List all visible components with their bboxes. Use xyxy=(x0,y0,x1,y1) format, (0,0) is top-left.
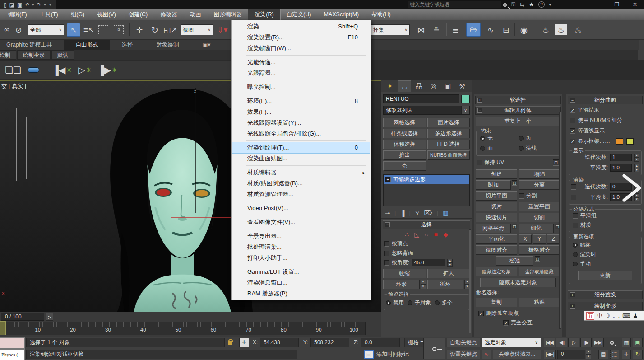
checkbox-材质[interactable] xyxy=(573,223,578,228)
ime-wubi-icon[interactable]: 五 xyxy=(586,312,594,320)
menubar-item-动画[interactable]: 动画 xyxy=(184,9,208,20)
angle-field[interactable]: 45.0 xyxy=(412,259,445,266)
menu-item-渲染[interactable]: 渲染Shift+Q xyxy=(232,21,370,32)
help-caret-icon[interactable]: ▾ xyxy=(549,3,551,7)
geom-button-快速切片[interactable]: 快速切片 xyxy=(476,213,517,222)
menu-item-曝光控制...[interactable]: 曝光控制... xyxy=(232,82,370,93)
preview-selection-option-多个[interactable]: 多个 xyxy=(435,299,453,307)
next-frame-button[interactable]: > xyxy=(46,313,53,321)
selection-set-dropdown[interactable]: 选定对象∨ xyxy=(482,338,541,347)
menu-item-查看图像文件(V)...[interactable]: 查看图像文件(V)... xyxy=(232,217,370,228)
infocenter-search-input[interactable]: 键入关键字或短语 xyxy=(408,1,501,8)
checkbox-显示框架……[interactable]: ✓ xyxy=(570,139,575,144)
menu-item-渲染帧窗口(W)...[interactable]: 渲染帧窗口(W)... xyxy=(232,43,370,54)
curve-editor-icon[interactable]: ∿ xyxy=(484,23,497,37)
ignore-backfacing-checkbox[interactable] xyxy=(384,251,389,256)
by-vertex-checkbox[interactable] xyxy=(384,241,389,247)
update-option-radio-渲染时[interactable] xyxy=(573,252,578,257)
subdivision-rollout-header[interactable]: −细分曲面 xyxy=(568,96,643,104)
preview-selection-option-禁用[interactable]: 禁用 xyxy=(386,299,404,307)
align-icon[interactable]: ≞ xyxy=(430,23,443,37)
constraint-radio-边[interactable] xyxy=(519,136,524,141)
menubar-item-工具(T)[interactable]: 工具(T) xyxy=(33,9,65,20)
constraint-option-面[interactable]: 面 xyxy=(480,144,517,153)
checkbox-等值线显示[interactable]: ✓ xyxy=(570,128,575,134)
vertex-subobject-icon[interactable]: ∴ xyxy=(405,231,409,238)
display-spinner-平滑度:[interactable]: ▲▼ xyxy=(634,164,639,172)
zoom-icon[interactable] xyxy=(610,339,614,346)
step-forward-icon[interactable]: ▐▶✳ xyxy=(97,65,117,75)
menu-item-光线跟踪全局包含/排除(G)...[interactable]: 光线跟踪全局包含/排除(G)... xyxy=(232,128,370,139)
object-color-swatch[interactable] xyxy=(461,95,470,103)
by-angle-checkbox[interactable] xyxy=(384,260,389,266)
modifier-stack[interactable]: + 可编辑多边形 xyxy=(383,174,470,206)
material-editor-icon[interactable]: ◉ xyxy=(517,23,531,37)
display-spinner-迭代次数:[interactable]: ▲▼ xyxy=(634,154,639,161)
edit-geometry-rollout-header[interactable]: −编辑几何体 xyxy=(475,106,561,115)
y-coord-field[interactable]: 508.232 xyxy=(310,338,349,347)
select-and-move-icon[interactable]: ✛ xyxy=(133,23,146,37)
orbit-icon[interactable]: ↻ xyxy=(633,350,643,359)
modifier-button-样条线选择[interactable]: 样条线选择 xyxy=(383,129,426,138)
geom-button-视图对齐[interactable]: 视图对齐 xyxy=(476,245,517,255)
isolate-selection-icon[interactable]: ▣ xyxy=(364,350,374,359)
expand-icon[interactable]: + xyxy=(570,292,575,297)
geom-button-创建[interactable]: 创建 xyxy=(476,169,517,179)
preview-selection-radio-子对象[interactable] xyxy=(408,300,412,305)
mini-listener-white[interactable]: Physcs ( xyxy=(0,349,25,360)
playback-go-end-button[interactable]: ▶▶| xyxy=(593,338,604,347)
preview-selection-radio-禁用[interactable] xyxy=(386,300,391,305)
frame-color-swatch-0[interactable] xyxy=(616,138,623,145)
pan-icon[interactable]: ✛ xyxy=(622,350,631,359)
menubar-item-编辑(E)[interactable]: 编辑(E) xyxy=(2,9,33,20)
ribbon-tab-选择[interactable]: 选择 xyxy=(110,40,144,50)
window-crossing-icon[interactable]: ▫ xyxy=(114,25,124,34)
display-field-平滑度:[interactable]: 1.0 xyxy=(610,164,632,172)
mirror-icon[interactable]: ⋈ xyxy=(414,23,428,37)
selection-rollout-header[interactable]: −选择 xyxy=(383,220,470,229)
render-checkbox-平滑度:[interactable] xyxy=(571,195,576,200)
geom-button-平面化[interactable]: 平面化 xyxy=(476,234,517,244)
menubar-item-渲染(R)[interactable]: 渲染(R) xyxy=(248,9,280,20)
undo-icon[interactable]: ↶ xyxy=(25,1,29,9)
constraint-option-边[interactable]: 边 xyxy=(519,134,556,143)
motion-tab-icon[interactable]: ◎ xyxy=(426,81,440,92)
checkbox-平滑结果[interactable]: ✓ xyxy=(570,108,575,113)
create-tab-icon[interactable]: ✶ xyxy=(383,81,397,92)
redo-icon[interactable]: ↷ xyxy=(37,1,41,9)
display-tab-icon[interactable]: ▣ xyxy=(441,81,454,92)
constraint-option-无[interactable]: 无 xyxy=(480,134,517,143)
z-coord-field[interactable]: 0.0 xyxy=(361,338,400,347)
update-option-radio-手动[interactable] xyxy=(573,262,578,266)
menubar-item-修改器[interactable]: 修改器 xyxy=(154,9,184,20)
menu-item-材质/贴图浏览器(B)...[interactable]: 材质/贴图浏览器(B)... xyxy=(232,178,370,189)
select-and-scale-icon[interactable]: ◱↗ xyxy=(163,23,177,37)
maximize-button[interactable]: ❐ xyxy=(608,0,626,9)
auto-key-button[interactable]: 自动关键点 xyxy=(447,338,480,347)
modifier-button-网格选择[interactable]: 网格选择 xyxy=(383,118,426,127)
geom-button-塌陷[interactable]: 塌陷 xyxy=(519,169,560,179)
separate-check-材质[interactable]: 材质 xyxy=(570,220,640,230)
menu-item-材质资源管理器...[interactable]: 材质资源管理器... xyxy=(232,189,370,200)
menubar-item-创建(C)[interactable]: 创建(C) xyxy=(122,9,154,20)
pin-stack-icon[interactable]: ⊸ xyxy=(385,210,390,216)
remove-modifier-icon[interactable]: ⌦ xyxy=(424,210,432,216)
subdiv-check-等值线显示[interactable]: ✓等值线显示 xyxy=(566,125,644,136)
preserve-uv-settings-icon[interactable]: □ xyxy=(553,159,559,166)
key-mode-toggle-button[interactable]: |◀▶| xyxy=(544,350,556,359)
ime-halfmoon-icon[interactable]: ☽ xyxy=(605,313,610,319)
modifier-button-FFD 选择[interactable]: FFD 选择 xyxy=(427,140,470,149)
ime-chinese-icon[interactable]: 中 xyxy=(597,312,602,320)
layer-manager-icon[interactable]: ≣ xyxy=(449,23,462,37)
geom-check-删除孤立顶点[interactable]: ✓删除孤立顶点 xyxy=(476,309,560,318)
shrink-button[interactable]: 收缩 xyxy=(383,269,426,278)
frame-counter-field[interactable]: 0 / 100 xyxy=(1,313,44,321)
menu-item-Video Post(V)...[interactable]: Video Post(V)... xyxy=(232,203,370,214)
menubar-item-自定义(U)[interactable]: 自定义(U) xyxy=(280,9,318,20)
selection-filter-dropdown[interactable]: 全部∨ xyxy=(28,24,64,35)
timeline-ruler[interactable]: 102030405060708090100 xyxy=(0,322,366,335)
menubar-item-组(G)[interactable]: 组(G) xyxy=(65,9,91,20)
menu-item-RAM 播放器(P)...[interactable]: RAM 播放器(P)... xyxy=(232,288,370,299)
minimize-button[interactable]: — xyxy=(590,0,608,9)
element-subobject-icon[interactable]: ◆ xyxy=(443,231,448,238)
